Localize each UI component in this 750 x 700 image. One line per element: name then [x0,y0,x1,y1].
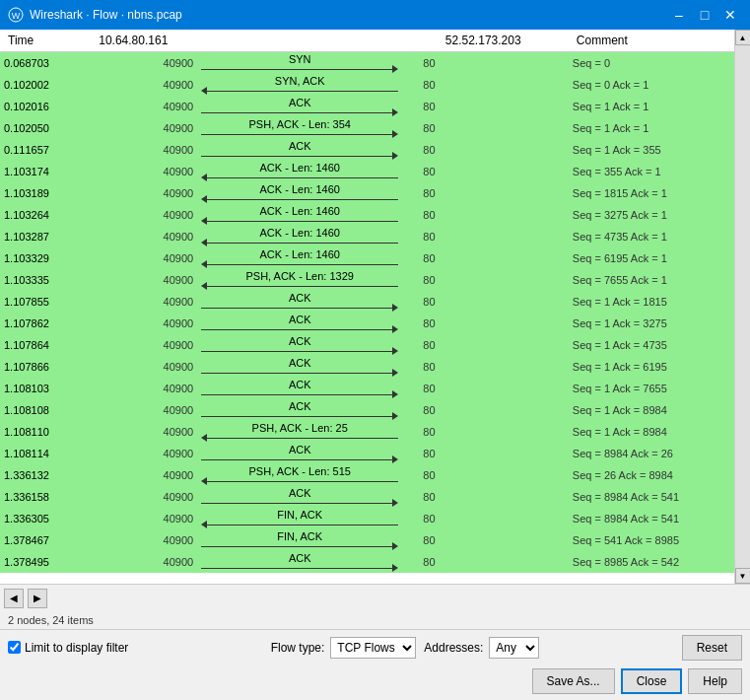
flow-type-select[interactable]: TCP Flows UDP Flows All Flows [330,637,416,659]
packet-label: ACK - Len: 1460 [260,227,340,239]
table-row[interactable]: 1.10786640900ACK80Seq = 1 Ack = 6195 [0,356,734,378]
table-row[interactable]: 1.10786440900ACK80Seq = 1 Ack = 4735 [0,334,734,356]
packet-label: ACK [289,487,311,499]
arrow-cell: PSH, ACK - Len: 1329 [197,269,419,291]
table-row[interactable]: 1.10318940900ACK - Len: 146080Seq = 1815… [0,182,734,204]
port2-cell: 80 [419,117,547,139]
arrow-cell: ACK [197,313,419,334]
packet-label: PSH, ACK - Len: 515 [249,465,351,477]
port1-cell: 40900 [69,161,197,182]
table-row[interactable]: 0.11165740900ACK80Seq = 1 Ack = 355 [0,139,734,161]
table-row[interactable]: 1.10326440900ACK - Len: 146080Seq = 3275… [0,204,734,226]
maximize-button[interactable]: □ [693,5,716,25]
arrow-cell: PSH, ACK - Len: 515 [197,464,419,486]
port1-cell: 40900 [69,356,197,378]
window-title: Wireshark · Flow · nbns.pcap [30,8,182,22]
port2-cell: 80 [419,551,547,573]
port1-cell: 40900 [69,443,197,464]
port1-cell: 40900 [69,269,197,291]
arrow-cell: ACK [197,334,419,356]
port1-cell: 40900 [69,182,197,204]
packet-label: ACK [289,444,311,455]
comment-cell: Seq = 7655 Ack = 1 [569,269,734,291]
table-row[interactable]: 1.37849540900ACK80Seq = 8985 Ack = 542 [0,551,734,573]
time-cell: 1.107866 [0,356,69,378]
table-row[interactable]: 1.10785540900ACK80Seq = 1 Ack = 1815 [0,291,734,313]
port2-cell: 80 [419,421,547,443]
table-row[interactable]: 1.10317440900ACK - Len: 146080Seq = 355 … [0,161,734,182]
save-as-button[interactable]: Save As... [532,668,615,694]
table-row[interactable]: 1.37846740900FIN, ACK80Seq = 541 Ack = 8… [0,529,734,551]
table-row[interactable]: 1.10786240900ACK80Seq = 1 Ack = 3275 [0,313,734,334]
comment-cell: Seq = 6195 Ack = 1 [569,247,734,269]
time-cell: 1.336305 [0,508,69,529]
table-row[interactable]: 0.10205040900PSH, ACK - Len: 35480Seq = … [0,117,734,139]
table-row[interactable]: 1.10328740900ACK - Len: 146080Seq = 4735… [0,226,734,247]
nav-right-button[interactable]: ▶ [28,589,47,608]
display-filter-label[interactable]: Limit to display filter [8,641,128,655]
nav-left-button[interactable]: ◀ [4,589,24,608]
table-row[interactable]: 1.10810840900ACK80Seq = 1 Ack = 8984 [0,399,734,421]
flow-scroll[interactable]: Time 10.64.80.161 52.52.173.203 Comment … [0,30,734,584]
reset-button[interactable]: Reset [682,635,742,661]
display-filter-checkbox[interactable] [8,641,21,654]
comment-cell: Seq = 1 Ack = 1 [569,117,734,139]
port2-cell: 80 [419,269,547,291]
table-row[interactable]: 1.33615840900ACK80Seq = 8984 Ack = 541 [0,486,734,508]
time-header: Time [0,30,69,52]
packet-label: PSH, ACK - Len: 25 [252,422,348,434]
table-row[interactable]: 1.33630540900FIN, ACK80Seq = 8984 Ack = … [0,508,734,529]
packet-label: ACK [289,552,311,564]
port1-cell: 40900 [69,486,197,508]
time-cell: 1.103287 [0,226,69,247]
addresses-label: Addresses: [424,641,483,655]
port1-cell: 40900 [69,313,197,334]
scroll-up-button[interactable]: ▲ [735,30,751,45]
port1-cell: 40900 [69,52,197,75]
comment-cell: Seq = 1 Ack = 355 [569,139,734,161]
comment-cell: Seq = 0 [569,52,734,75]
port2-cell: 80 [419,313,547,334]
arrow-cell: ACK - Len: 1460 [197,161,419,182]
table-row[interactable]: 1.10332940900ACK - Len: 146080Seq = 6195… [0,247,734,269]
port2-cell: 80 [419,508,547,529]
port1-cell: 40900 [69,74,197,96]
arrow-cell: ACK [197,96,419,117]
port2-cell: 80 [419,399,547,421]
table-row[interactable]: 0.06870340900SYN80Seq = 0 [0,52,734,75]
table-row[interactable]: 1.10811040900PSH, ACK - Len: 2580Seq = 1… [0,421,734,443]
arrow-cell: ACK [197,291,419,313]
svg-text:W: W [12,11,21,21]
table-row[interactable]: 1.10810340900ACK80Seq = 1 Ack = 7655 [0,378,734,399]
flow-table: Time 10.64.80.161 52.52.173.203 Comment … [0,30,734,573]
comment-cell: Seq = 1 Ack = 4735 [569,334,734,356]
time-cell: 1.108110 [0,421,69,443]
comment-cell: Seq = 8984 Ack = 26 [569,443,734,464]
close-window-button[interactable]: ✕ [718,5,742,25]
arrow-cell: ACK [197,443,419,464]
vertical-scrollbar: ▲ ▼ [734,30,750,584]
comment-cell: Seq = 1 Ack = 1815 [569,291,734,313]
comment-cell: Seq = 0 Ack = 1 [569,74,734,96]
table-row[interactable]: 0.10201640900ACK80Seq = 1 Ack = 1 [0,96,734,117]
comment-cell: Seq = 8985 Ack = 542 [569,551,734,573]
minimize-button[interactable]: – [667,5,691,25]
title-bar-controls: – □ ✕ [667,5,742,25]
time-cell: 1.107862 [0,313,69,334]
table-row[interactable]: 1.10333540900PSH, ACK - Len: 132980Seq =… [0,269,734,291]
table-row[interactable]: 1.10811440900ACK80Seq = 8984 Ack = 26 [0,443,734,464]
help-button[interactable]: Help [688,668,742,694]
scroll-down-button[interactable]: ▼ [735,568,751,584]
scroll-track[interactable] [735,45,751,568]
time-cell: 1.107864 [0,334,69,356]
addresses-select[interactable]: Any IPv4 IPv6 [489,637,539,659]
packet-label: ACK [289,314,311,325]
port2-cell: 80 [419,139,547,161]
arrow-cell: SYN, ACK [197,74,419,96]
port2-cell: 80 [419,226,547,247]
close-button[interactable]: Close [621,668,683,694]
table-row[interactable]: 0.10200240900SYN, ACK80Seq = 0 Ack = 1 [0,74,734,96]
table-row[interactable]: 1.33613240900PSH, ACK - Len: 51580Seq = … [0,464,734,486]
comment-cell: Seq = 26 Ack = 8984 [569,464,734,486]
port2-cell: 80 [419,378,547,399]
